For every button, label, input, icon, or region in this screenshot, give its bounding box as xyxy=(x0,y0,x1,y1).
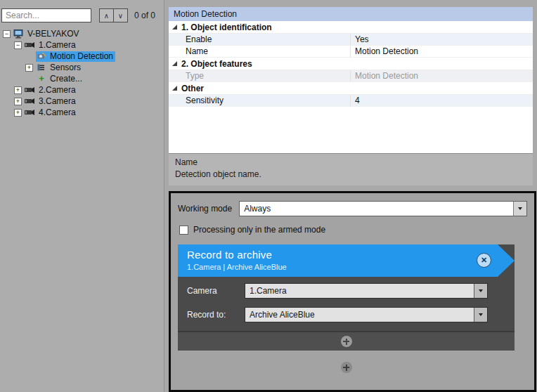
working-mode-dropdown[interactable]: Always xyxy=(239,201,527,216)
property-row-name: Name Motion Detection xyxy=(169,46,533,58)
record-to-dropdown[interactable]: Archive AliceBlue xyxy=(245,307,488,322)
computer-icon xyxy=(13,30,25,39)
tree-item-camera-2[interactable]: + 2.Camera xyxy=(0,84,164,96)
search-nav-group: ∧ ∨ xyxy=(99,8,128,22)
armed-mode-row: Processing only in the armed mode xyxy=(179,225,527,235)
armed-mode-label: Processing only in the armed mode xyxy=(193,225,325,235)
tree-expand-icon[interactable]: + xyxy=(14,98,22,105)
tree-item-camera-1[interactable]: − 1.Camera xyxy=(0,39,164,51)
rule-card-body: Camera 1.Camera Record to: Archive Alice… xyxy=(178,277,515,351)
detection-settings-panel: Working mode Always Processing only in t… xyxy=(169,191,536,392)
property-grid-filler xyxy=(169,107,533,153)
tree-collapse-icon[interactable]: − xyxy=(3,30,11,38)
property-group-label: 1. Object identification xyxy=(181,22,272,32)
tree-item-camera-4[interactable]: + 4.Camera xyxy=(0,107,164,118)
search-result-counter: 0 of 0 xyxy=(134,11,155,20)
record-to-field-label: Record to: xyxy=(187,310,245,320)
description-text: Detection object name. xyxy=(175,169,526,179)
search-next-button[interactable]: ∨ xyxy=(113,9,127,22)
property-panel: Motion Detection 1. Object identificatio… xyxy=(169,7,533,153)
tree-item-label: Create... xyxy=(50,74,82,84)
property-group-object-identification[interactable]: 1. Object identification xyxy=(169,21,533,34)
app-root: ∧ ∨ 0 of 0 − V-BELYAKOV − 1.Camera xyxy=(0,0,537,392)
camera-field-label: Camera xyxy=(187,286,245,296)
property-panel-title: Motion Detection xyxy=(169,7,533,21)
record-to-field-row: Record to: Archive AliceBlue xyxy=(187,307,488,322)
camera-icon xyxy=(25,108,36,117)
group-expanded-icon xyxy=(172,61,177,66)
dropdown-button[interactable] xyxy=(513,202,526,216)
tree-item-label: Sensors xyxy=(50,63,81,72)
motion-detection-icon xyxy=(37,52,48,61)
camera-dropdown-value: 1.Camera xyxy=(245,284,474,298)
sensors-icon xyxy=(36,63,47,72)
chevron-down-icon xyxy=(479,289,483,292)
property-group-other[interactable]: Other xyxy=(169,82,533,95)
tree-item-sensors[interactable]: + Sensors xyxy=(0,62,164,73)
property-name: Sensitivity xyxy=(169,95,351,106)
tree-item-camera-3[interactable]: + 3.Camera xyxy=(0,96,164,107)
property-name: Name xyxy=(169,46,351,57)
property-value[interactable]: Yes xyxy=(351,34,533,45)
add-action-row xyxy=(178,331,515,351)
property-name: Type xyxy=(169,70,351,81)
device-tree-panel: ∧ ∨ 0 of 0 − V-BELYAKOV − 1.Camera xyxy=(0,0,164,392)
chevron-down-icon xyxy=(479,313,483,316)
rule-subtitle: 1.Camera | Archive AliceBlue xyxy=(187,263,515,271)
working-mode-row: Working mode Always xyxy=(178,201,527,216)
property-description-panel: Name Detection object name. xyxy=(169,153,533,185)
camera-dropdown[interactable]: 1.Camera xyxy=(245,283,488,299)
property-group-object-features[interactable]: 2. Object features xyxy=(169,58,533,70)
record-to-archive-card: Record to archive 1.Camera | Archive Ali… xyxy=(178,244,515,351)
property-row-sensitivity: Sensitivity 4 xyxy=(169,95,533,107)
tree-item-label: Motion Detection xyxy=(50,51,113,61)
dropdown-button[interactable] xyxy=(474,308,487,322)
working-mode-value: Always xyxy=(240,202,513,216)
property-group-label: Other xyxy=(181,84,204,93)
create-plus-icon: + xyxy=(36,74,47,83)
tree-item-label: 3.Camera xyxy=(39,96,76,106)
record-to-dropdown-value: Archive AliceBlue xyxy=(245,308,474,322)
device-tree: − V-BELYAKOV − 1.Camera M xyxy=(0,27,164,118)
armed-mode-checkbox[interactable] xyxy=(179,226,188,235)
tree-item-label: 4.Camera xyxy=(39,107,76,117)
group-expanded-icon xyxy=(172,25,177,30)
property-value[interactable]: 4 xyxy=(351,95,533,106)
tree-item-create[interactable]: + Create... xyxy=(0,73,164,84)
tree-item-motion-detection[interactable]: Motion Detection xyxy=(0,51,164,62)
property-name: Enable xyxy=(169,34,351,45)
property-row-type: Type Motion Detection xyxy=(169,70,533,82)
right-panel: Motion Detection 1. Object identificatio… xyxy=(169,0,537,392)
description-title: Name xyxy=(175,157,526,167)
tree-expand-icon[interactable]: + xyxy=(14,109,22,117)
add-icon[interactable] xyxy=(341,362,352,373)
close-icon[interactable]: ✕ xyxy=(477,253,491,268)
tree-item-label: 1.Camera xyxy=(39,40,76,50)
camera-icon xyxy=(25,97,36,106)
property-group-label: 2. Object features xyxy=(181,59,252,69)
add-rule-row xyxy=(178,356,515,379)
search-input[interactable] xyxy=(1,8,91,22)
tree-item-label: V-BELYAKOV xyxy=(27,29,79,39)
chevron-down-icon xyxy=(518,207,522,210)
tree-expand-icon[interactable]: + xyxy=(14,86,22,94)
working-mode-label: Working mode xyxy=(178,204,232,214)
camera-icon xyxy=(25,41,36,50)
camera-field-row: Camera 1.Camera xyxy=(187,283,488,299)
tree-expand-icon[interactable]: + xyxy=(25,64,33,72)
group-expanded-icon xyxy=(172,86,177,91)
search-row: ∧ ∨ 0 of 0 xyxy=(0,0,164,27)
rule-title: Record to archive xyxy=(187,249,515,261)
tree-item-server[interactable]: − V-BELYAKOV xyxy=(0,28,164,39)
property-row-enable: Enable Yes xyxy=(169,34,533,46)
rule-banner: Record to archive 1.Camera | Archive Ali… xyxy=(178,244,515,277)
tree-collapse-icon[interactable]: − xyxy=(14,41,22,49)
camera-icon xyxy=(25,86,36,95)
tree-item-label: 2.Camera xyxy=(39,85,76,95)
add-icon[interactable] xyxy=(341,336,352,347)
property-value: Motion Detection xyxy=(351,70,533,81)
search-prev-button[interactable]: ∧ xyxy=(100,9,113,22)
property-value[interactable]: Motion Detection xyxy=(351,46,533,57)
dropdown-button[interactable] xyxy=(474,284,487,298)
